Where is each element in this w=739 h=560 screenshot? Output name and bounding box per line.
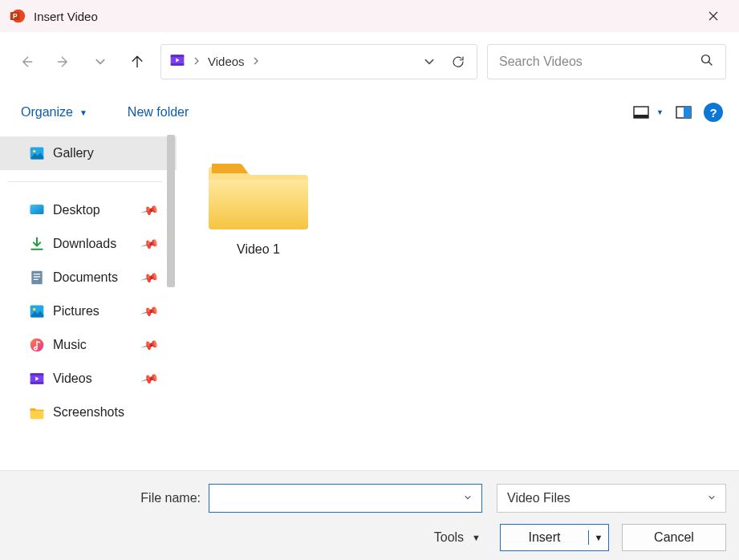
svg-rect-5: [171, 63, 185, 66]
view-mode-button[interactable]: [632, 105, 650, 120]
sidebar-item-screenshots[interactable]: Screenshots: [0, 396, 177, 429]
view-mode-dropdown[interactable]: ▼: [656, 108, 664, 116]
sidebar-item-documents[interactable]: Documents 📌: [0, 261, 177, 294]
sidebar-item-label: Videos: [53, 371, 92, 386]
sidebar-item-music[interactable]: Music 📌: [0, 328, 177, 362]
insert-button[interactable]: Insert: [501, 530, 589, 545]
new-folder-label: New folder: [128, 105, 189, 120]
sidebar-item-gallery[interactable]: Gallery: [0, 136, 177, 170]
sidebar-item-label: Music: [53, 338, 87, 352]
sidebar-item-pictures[interactable]: Pictures 📌: [0, 294, 177, 328]
folder-icon: [29, 404, 45, 420]
tools-label: Tools: [434, 530, 464, 545]
breadcrumb-location[interactable]: Videos: [208, 55, 245, 68]
sidebar-item-label: Desktop: [53, 203, 100, 217]
pin-icon[interactable]: 📌: [140, 301, 160, 321]
pin-icon[interactable]: 📌: [140, 267, 160, 287]
sidebar-item-label: Pictures: [53, 304, 99, 319]
search-box[interactable]: [487, 44, 726, 79]
sidebar-separator: [8, 181, 162, 182]
filename-combobox[interactable]: [209, 484, 482, 513]
file-list-pane[interactable]: Video 1: [177, 133, 739, 470]
nav-back-button[interactable]: [13, 48, 40, 75]
chevron-down-icon: [708, 493, 716, 503]
insert-split-button[interactable]: Insert ▼: [500, 524, 609, 551]
videos-icon: [29, 371, 45, 387]
svg-text:P: P: [13, 12, 18, 20]
sidebar-item-videos[interactable]: Videos 📌: [0, 362, 177, 396]
music-icon: [29, 337, 45, 353]
address-bar[interactable]: Videos: [160, 44, 477, 79]
window-title: Insert Video: [34, 10, 697, 23]
sidebar: Gallery Desktop 📌 Downloads 📌 Documents …: [0, 133, 177, 470]
nav-up-button[interactable]: [124, 48, 151, 75]
svg-rect-19: [34, 279, 39, 280]
sidebar-item-label: Downloads: [53, 237, 116, 251]
preview-pane-button[interactable]: [675, 105, 692, 120]
file-type-filter-label: Video Files: [507, 491, 708, 505]
new-folder-button[interactable]: New folder: [121, 100, 195, 124]
filename-label: File name:: [0, 491, 209, 505]
address-dropdown-button[interactable]: [419, 51, 440, 72]
gallery-icon: [29, 145, 45, 161]
caret-down-icon: ▼: [472, 533, 481, 542]
svg-point-13: [33, 150, 36, 153]
svg-rect-24: [30, 373, 44, 375]
svg-rect-11: [684, 107, 691, 118]
sidebar-item-downloads[interactable]: Downloads 📌: [0, 227, 177, 261]
organize-button[interactable]: Organize ▼: [14, 100, 94, 124]
desktop-icon: [29, 202, 45, 218]
svg-rect-18: [34, 276, 40, 277]
file-type-filter[interactable]: Video Files: [497, 484, 726, 513]
refresh-button[interactable]: [448, 51, 469, 72]
sidebar-item-label: Gallery: [53, 146, 94, 160]
insert-dropdown-button[interactable]: ▼: [589, 533, 608, 542]
svg-rect-25: [30, 382, 44, 384]
organize-label: Organize: [21, 105, 73, 120]
videos-location-icon: [169, 52, 185, 71]
pin-icon[interactable]: 📌: [140, 200, 160, 220]
breadcrumb-chevron-icon[interactable]: [253, 56, 259, 67]
caret-down-icon: ▼: [79, 108, 87, 117]
help-button[interactable]: ?: [704, 103, 723, 122]
svg-rect-15: [30, 205, 44, 214]
sidebar-item-desktop[interactable]: Desktop 📌: [0, 193, 177, 227]
tools-button[interactable]: Tools ▼: [428, 527, 487, 548]
svg-rect-17: [34, 274, 40, 274]
svg-point-21: [33, 308, 36, 311]
search-icon[interactable]: [700, 53, 714, 70]
powerpoint-icon: P: [10, 8, 26, 24]
sidebar-scrollbar[interactable]: [165, 133, 177, 470]
sidebar-item-label: Documents: [53, 270, 118, 285]
pin-icon[interactable]: 📌: [140, 335, 160, 355]
pin-icon[interactable]: 📌: [140, 233, 160, 254]
pictures-icon: [29, 303, 45, 319]
svg-rect-9: [634, 115, 648, 118]
nav-forward-button[interactable]: [50, 48, 77, 75]
filename-input[interactable]: [216, 492, 461, 505]
svg-rect-16: [31, 271, 42, 285]
sidebar-item-label: Screenshots: [53, 405, 124, 420]
folder-item-video1[interactable]: Video 1: [199, 151, 318, 262]
search-input[interactable]: [499, 55, 700, 69]
documents-icon: [29, 270, 45, 286]
cancel-button[interactable]: Cancel: [622, 524, 726, 551]
scrollbar-thumb[interactable]: [167, 135, 175, 287]
breadcrumb-chevron-icon[interactable]: [193, 56, 200, 67]
pin-icon[interactable]: 📌: [140, 368, 160, 388]
file-label: Video 1: [237, 242, 280, 257]
close-button[interactable]: [697, 0, 729, 32]
svg-rect-4: [171, 55, 185, 57]
folder-icon: [207, 156, 310, 233]
downloads-icon: [29, 236, 45, 252]
filename-dropdown-button[interactable]: [461, 493, 475, 503]
nav-recent-dropdown[interactable]: [87, 48, 114, 75]
